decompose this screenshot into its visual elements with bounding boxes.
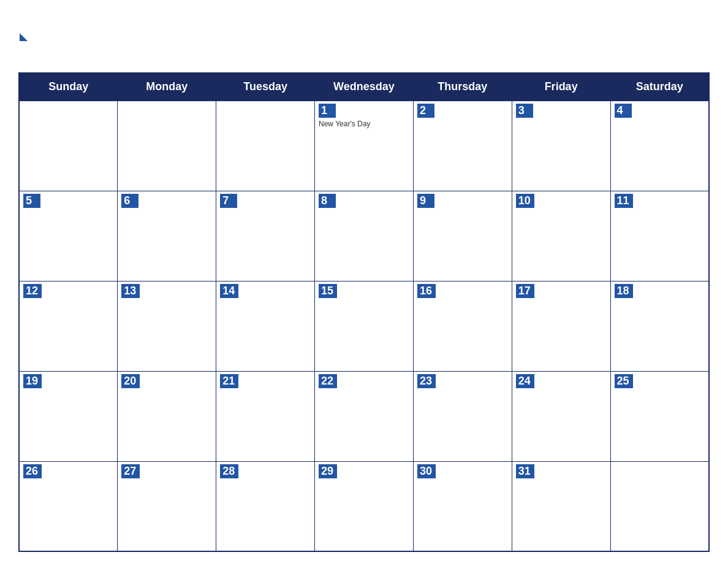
calendar-cell: 19	[19, 371, 118, 461]
calendar-cell	[610, 461, 709, 551]
calendar-cell: 10	[512, 191, 610, 281]
calendar-page: SundayMondayTuesdayWednesdayThursdayFrid…	[0, 0, 728, 563]
day-number: 19	[23, 374, 42, 388]
event-label: New Year's Day	[319, 120, 409, 128]
day-number: 21	[220, 374, 238, 388]
day-header-thursday: Thursday	[413, 73, 512, 101]
day-number: 6	[121, 194, 138, 208]
day-number: 18	[615, 284, 633, 298]
day-number: 27	[121, 464, 140, 478]
logo	[18, 35, 28, 43]
calendar-cell: 29	[315, 461, 414, 551]
day-number: 22	[319, 374, 337, 388]
calendar-cell: 21	[216, 371, 315, 461]
calendar-cell: 31	[512, 461, 610, 551]
day-number: 23	[417, 374, 436, 388]
calendar-cell: 13	[118, 281, 216, 371]
calendar-cell: 9	[413, 191, 512, 281]
calendar-cell: 17	[512, 281, 610, 371]
day-number: 29	[319, 464, 337, 478]
day-header-tuesday: Tuesday	[216, 73, 315, 101]
calendar-cell: 22	[315, 371, 414, 461]
calendar-cell	[118, 101, 216, 191]
day-header-monday: Monday	[118, 73, 216, 101]
calendar-cell: 30	[413, 461, 512, 551]
day-header-saturday: Saturday	[610, 73, 709, 101]
calendar-cell: 11	[610, 191, 709, 281]
day-number: 14	[220, 284, 238, 298]
calendar-cell: 18	[610, 281, 709, 371]
day-header-friday: Friday	[512, 73, 610, 101]
logo-triangle-icon	[20, 33, 28, 41]
calendar-cell: 2	[413, 101, 512, 191]
calendar-cell: 8	[315, 191, 414, 281]
calendar-cell: 15	[315, 281, 414, 371]
calendar-cell: 3	[512, 101, 610, 191]
week-row-5: 262728293031	[19, 461, 709, 551]
day-number: 4	[615, 104, 632, 118]
day-number: 30	[417, 464, 436, 478]
week-row-1: 1New Year's Day234	[19, 101, 709, 191]
day-number: 9	[417, 194, 434, 208]
day-number: 11	[615, 194, 633, 208]
day-number: 12	[23, 284, 42, 298]
calendar-cell: 6	[118, 191, 216, 281]
day-number: 1	[319, 104, 336, 118]
day-number: 26	[23, 464, 42, 478]
calendar-header	[18, 11, 710, 66]
week-row-2: 567891011	[19, 191, 709, 281]
day-header-wednesday: Wednesday	[315, 73, 414, 101]
calendar-cell: 12	[19, 281, 118, 371]
calendar-cell: 28	[216, 461, 315, 551]
calendar-cell: 14	[216, 281, 315, 371]
day-header-sunday: Sunday	[19, 73, 118, 101]
day-number: 31	[516, 464, 534, 478]
day-number: 8	[319, 194, 336, 208]
week-row-4: 19202122232425	[19, 371, 709, 461]
calendar-cell: 24	[512, 371, 610, 461]
calendar-cell: 7	[216, 191, 315, 281]
day-number: 5	[23, 194, 40, 208]
day-number: 16	[417, 284, 436, 298]
day-number: 13	[121, 284, 140, 298]
calendar-cell: 25	[610, 371, 709, 461]
day-number: 17	[516, 284, 534, 298]
day-number: 3	[516, 104, 533, 118]
calendar-cell: 20	[118, 371, 216, 461]
day-number: 2	[417, 104, 434, 118]
day-number: 25	[615, 374, 633, 388]
calendar-cell: 4	[610, 101, 709, 191]
day-number: 28	[220, 464, 238, 478]
calendar-cell	[19, 101, 118, 191]
calendar-cell: 5	[19, 191, 118, 281]
day-number: 24	[516, 374, 534, 388]
days-header-row: SundayMondayTuesdayWednesdayThursdayFrid…	[19, 73, 709, 101]
calendar-table: SundayMondayTuesdayWednesdayThursdayFrid…	[18, 72, 710, 552]
calendar-cell: 23	[413, 371, 512, 461]
calendar-cell: 26	[19, 461, 118, 551]
week-row-3: 12131415161718	[19, 281, 709, 371]
calendar-cell	[216, 101, 315, 191]
day-number: 7	[220, 194, 237, 208]
calendar-cell: 1New Year's Day	[315, 101, 414, 191]
calendar-cell: 27	[118, 461, 216, 551]
day-number: 15	[319, 284, 337, 298]
day-number: 10	[516, 194, 534, 208]
calendar-cell: 16	[413, 281, 512, 371]
day-number: 20	[121, 374, 140, 388]
